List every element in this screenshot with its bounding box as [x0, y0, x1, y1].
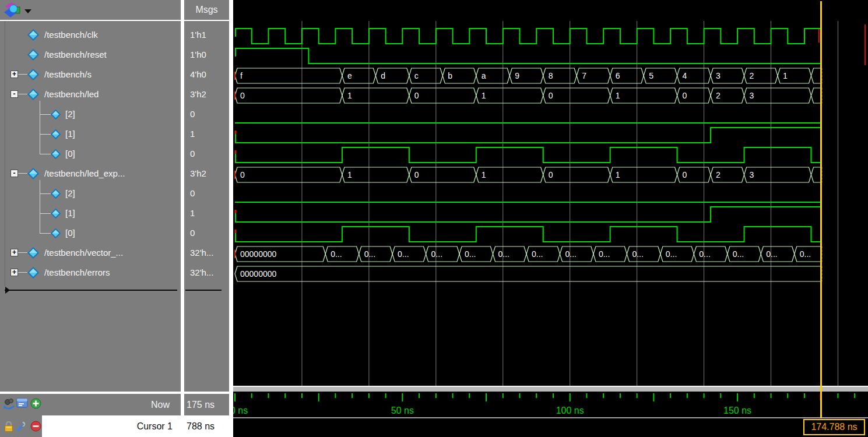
refresh-gears-icon[interactable] [3, 398, 15, 411]
values-wave-splitter[interactable] [229, 0, 233, 437]
svg-text:0...: 0... [632, 249, 643, 259]
signal-value-led0: 0 [184, 145, 229, 163]
signal-name: [0] [65, 145, 75, 163]
signal-names-panel[interactable]: /testbench/clk/testbench/reset+/testbenc… [0, 21, 181, 394]
remove-circle-icon[interactable] [30, 421, 41, 432]
signal-diamond-icon [27, 48, 40, 61]
signal-diamond-icon [50, 228, 61, 239]
cursor-value-cell[interactable]: 788 ns [184, 415, 229, 437]
timeline-ruler[interactable]: 0 ns50 ns100 ns150 ns [233, 392, 868, 417]
signal-row-errors[interactable]: +/testbench/errors [0, 264, 181, 281]
status-splitter[interactable] [0, 392, 229, 394]
svg-text:1: 1 [347, 91, 352, 100]
add-circle-icon[interactable] [30, 398, 41, 409]
svg-text:0: 0 [240, 170, 245, 179]
signal-row-led[interactable]: -/testbench/led [0, 86, 181, 103]
tree-vline [40, 180, 40, 233]
svg-text:0: 0 [549, 91, 553, 100]
svg-text:0: 0 [683, 91, 687, 100]
signal-row-led_exp[interactable]: -/testbench/led_exp... [0, 165, 181, 182]
signal-row-led_exp2[interactable]: [2] [0, 185, 181, 202]
svg-text:0...: 0... [666, 249, 677, 259]
lock-icon[interactable] [3, 421, 15, 432]
wave-led_exp: 010101023 [235, 167, 822, 182]
wave-horizontal-splitter[interactable] [233, 386, 868, 392]
expand-icon-s[interactable]: + [10, 71, 18, 78]
svg-text:3: 3 [716, 71, 721, 80]
svg-text:1: 1 [616, 170, 620, 179]
signal-row-led1[interactable]: [1] [0, 125, 181, 143]
svg-text:0...: 0... [331, 249, 342, 259]
svg-text:0...: 0... [364, 249, 375, 259]
signal-row-reset[interactable]: /testbench/reset [0, 46, 181, 64]
names-values-splitter[interactable] [181, 0, 184, 437]
svg-text:00000000: 00000000 [240, 269, 277, 279]
panel-window-icon[interactable] [16, 398, 28, 408]
svg-text:0...: 0... [733, 249, 744, 259]
signal-row-led2[interactable]: [2] [0, 105, 181, 123]
signal-value-led2: 0 [184, 105, 229, 123]
signal-name: [2] [65, 105, 75, 123]
expand-icon-errors[interactable]: + [10, 269, 18, 276]
svg-text:1: 1 [783, 71, 788, 80]
dropdown-arrow-icon[interactable] [24, 9, 31, 13]
signal-row-s[interactable]: +/testbench/s [0, 66, 181, 83]
cursor-name-cell[interactable]: Cursor 1 [42, 415, 181, 437]
tree-connector [18, 272, 27, 273]
cursor-value: 788 ns [187, 415, 215, 437]
waveform-svg: fedcba9876543210101010230101010230000000… [233, 21, 868, 386]
wave-s: fedcba987654321 [235, 68, 822, 83]
now-status-row: Now 175 ns [0, 394, 229, 415]
collapse-icon-led[interactable]: - [10, 90, 18, 98]
cursor-track-strip[interactable]: 174.788 ns [233, 418, 868, 437]
collapse-icon-led_exp[interactable]: - [10, 170, 18, 177]
tree-connector [18, 173, 27, 174]
svg-text:6: 6 [616, 71, 620, 80]
svg-text:0...: 0... [599, 249, 610, 259]
signal-row-vector[interactable]: +/testbench/vector_... [0, 244, 181, 262]
tree-hline [40, 213, 51, 214]
tree-hline [40, 233, 51, 234]
svg-text:7: 7 [582, 71, 586, 80]
signal-value-led_exp0: 0 [184, 224, 229, 242]
svg-text:0...: 0... [565, 249, 576, 259]
modelsim-wave-window: Msgs /testbench/clk/testbench/reset+/tes… [0, 0, 868, 437]
cursor-time-badge[interactable]: 174.788 ns [803, 419, 865, 435]
wave-led0 [235, 147, 821, 163]
wave-led_exp1 [235, 207, 821, 222]
waveform-canvas[interactable]: fedcba9876543210101010230101010230000000… [233, 21, 868, 386]
wave-led1 [235, 128, 821, 143]
signal-diamond-icon [27, 68, 40, 81]
svg-text:1: 1 [347, 170, 352, 179]
svg-text:0...: 0... [532, 249, 543, 259]
expand-icon-vector[interactable]: + [10, 249, 18, 256]
svg-text:d: d [381, 71, 385, 80]
cursor-line[interactable] [820, 1, 822, 418]
signal-name: [1] [65, 125, 75, 143]
signal-value-s: 4'h0 [184, 66, 229, 83]
signal-row-led_exp0[interactable]: [0] [0, 224, 181, 242]
wrench-icon[interactable] [16, 420, 28, 432]
wave-errors: 00000000 [235, 266, 822, 281]
tree-hline [40, 154, 51, 154]
signal-name: /testbench/led_exp... [44, 165, 125, 182]
signal-value-led_exp: 3'h2 [184, 165, 229, 182]
signal-values-panel[interactable]: 1'h11'h04'h03'h20103'h201032'h...32'h... [184, 21, 229, 394]
svg-text:1: 1 [482, 170, 486, 179]
msgs-column-header[interactable]: Msgs [184, 0, 229, 21]
signal-row-clk[interactable]: /testbench/clk [0, 26, 181, 44]
signal-row-led_exp1[interactable]: [1] [0, 205, 181, 222]
svg-text:2: 2 [716, 170, 721, 179]
svg-text:a: a [482, 71, 486, 80]
insertion-point-line [5, 290, 177, 291]
svg-text:0...: 0... [398, 249, 409, 259]
svg-text:b: b [448, 71, 452, 80]
wave-group-icon[interactable] [4, 2, 23, 19]
signal-name: /testbench/led [44, 86, 99, 103]
signal-row-led0[interactable]: [0] [0, 145, 181, 163]
svg-text:1: 1 [482, 91, 486, 100]
tree-connector [18, 74, 27, 75]
signal-diamond-icon [50, 208, 61, 219]
signal-diamond-icon [50, 109, 61, 120]
signal-diamond-icon [27, 88, 40, 101]
